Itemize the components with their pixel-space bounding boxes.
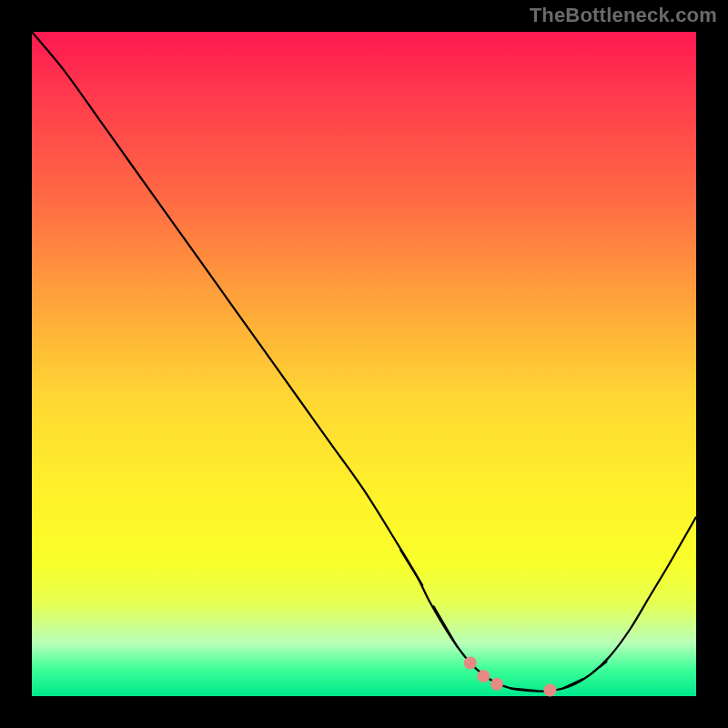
curve-marker-pill: [511, 688, 537, 691]
curve-marker-dot: [490, 678, 503, 691]
curve-marker-dot: [543, 683, 556, 696]
marker-layer: [400, 550, 606, 696]
attribution-label: TheBottleneck.com: [530, 4, 717, 27]
curve-marker-dot: [464, 657, 477, 670]
curve-marker-pill: [400, 550, 422, 585]
curve-marker-dot: [477, 670, 490, 682]
chart-frame: TheBottleneck.com: [0, 0, 728, 728]
curve-marker-pill: [563, 679, 583, 688]
plot-area: [32, 32, 696, 696]
bottleneck-curve-svg: [32, 32, 696, 696]
curve-marker-pill: [434, 606, 458, 646]
bottleneck-curve: [32, 32, 696, 692]
